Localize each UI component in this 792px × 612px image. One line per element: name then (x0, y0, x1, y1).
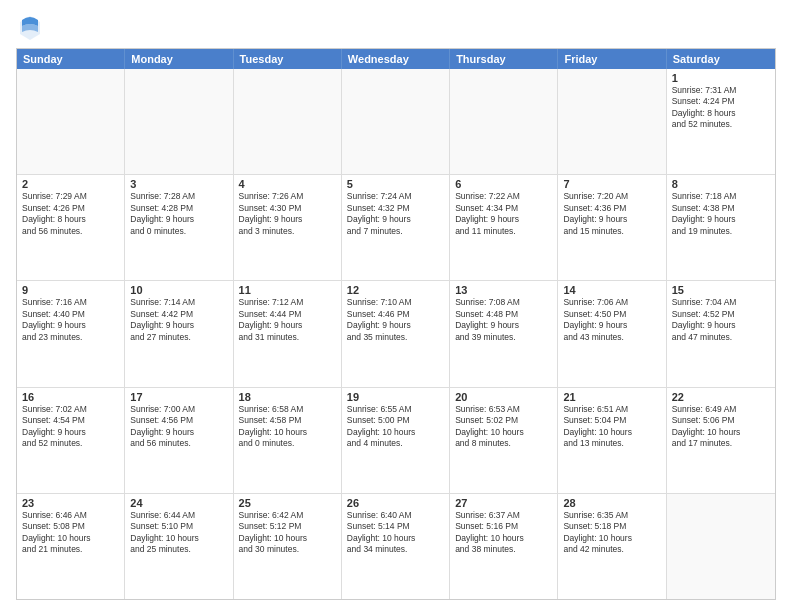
day-info: Sunrise: 7:04 AM Sunset: 4:52 PM Dayligh… (672, 297, 770, 343)
day-info: Sunrise: 7:28 AM Sunset: 4:28 PM Dayligh… (130, 191, 227, 237)
calendar-row-1: 2Sunrise: 7:29 AM Sunset: 4:26 PM Daylig… (17, 175, 775, 281)
weekday-header-friday: Friday (558, 49, 666, 69)
day-cell-7: 7Sunrise: 7:20 AM Sunset: 4:36 PM Daylig… (558, 175, 666, 280)
day-info: Sunrise: 7:26 AM Sunset: 4:30 PM Dayligh… (239, 191, 336, 237)
day-number: 16 (22, 391, 119, 403)
day-cell-19: 19Sunrise: 6:55 AM Sunset: 5:00 PM Dayli… (342, 388, 450, 493)
day-number: 18 (239, 391, 336, 403)
day-info: Sunrise: 6:35 AM Sunset: 5:18 PM Dayligh… (563, 510, 660, 556)
day-cell-10: 10Sunrise: 7:14 AM Sunset: 4:42 PM Dayli… (125, 281, 233, 386)
calendar-row-0: 1Sunrise: 7:31 AM Sunset: 4:24 PM Daylig… (17, 69, 775, 175)
day-number: 25 (239, 497, 336, 509)
day-info: Sunrise: 7:16 AM Sunset: 4:40 PM Dayligh… (22, 297, 119, 343)
day-number: 8 (672, 178, 770, 190)
day-cell-20: 20Sunrise: 6:53 AM Sunset: 5:02 PM Dayli… (450, 388, 558, 493)
day-cell-23: 23Sunrise: 6:46 AM Sunset: 5:08 PM Dayli… (17, 494, 125, 599)
day-cell-empty-4-6 (667, 494, 775, 599)
day-cell-6: 6Sunrise: 7:22 AM Sunset: 4:34 PM Daylig… (450, 175, 558, 280)
day-cell-11: 11Sunrise: 7:12 AM Sunset: 4:44 PM Dayli… (234, 281, 342, 386)
day-info: Sunrise: 6:53 AM Sunset: 5:02 PM Dayligh… (455, 404, 552, 450)
weekday-header-sunday: Sunday (17, 49, 125, 69)
calendar-body: 1Sunrise: 7:31 AM Sunset: 4:24 PM Daylig… (17, 69, 775, 599)
calendar-row-4: 23Sunrise: 6:46 AM Sunset: 5:08 PM Dayli… (17, 494, 775, 599)
day-info: Sunrise: 7:14 AM Sunset: 4:42 PM Dayligh… (130, 297, 227, 343)
day-info: Sunrise: 7:10 AM Sunset: 4:46 PM Dayligh… (347, 297, 444, 343)
day-cell-12: 12Sunrise: 7:10 AM Sunset: 4:46 PM Dayli… (342, 281, 450, 386)
day-cell-24: 24Sunrise: 6:44 AM Sunset: 5:10 PM Dayli… (125, 494, 233, 599)
day-number: 12 (347, 284, 444, 296)
day-number: 7 (563, 178, 660, 190)
day-info: Sunrise: 6:51 AM Sunset: 5:04 PM Dayligh… (563, 404, 660, 450)
day-number: 21 (563, 391, 660, 403)
day-number: 4 (239, 178, 336, 190)
calendar: SundayMondayTuesdayWednesdayThursdayFrid… (16, 48, 776, 600)
logo (16, 12, 48, 40)
day-cell-28: 28Sunrise: 6:35 AM Sunset: 5:18 PM Dayli… (558, 494, 666, 599)
day-info: Sunrise: 7:02 AM Sunset: 4:54 PM Dayligh… (22, 404, 119, 450)
day-info: Sunrise: 7:22 AM Sunset: 4:34 PM Dayligh… (455, 191, 552, 237)
day-info: Sunrise: 7:20 AM Sunset: 4:36 PM Dayligh… (563, 191, 660, 237)
day-number: 1 (672, 72, 770, 84)
day-cell-13: 13Sunrise: 7:08 AM Sunset: 4:48 PM Dayli… (450, 281, 558, 386)
day-info: Sunrise: 7:31 AM Sunset: 4:24 PM Dayligh… (672, 85, 770, 131)
day-cell-empty-0-5 (558, 69, 666, 174)
day-number: 2 (22, 178, 119, 190)
weekday-header-tuesday: Tuesday (234, 49, 342, 69)
day-number: 6 (455, 178, 552, 190)
day-info: Sunrise: 6:42 AM Sunset: 5:12 PM Dayligh… (239, 510, 336, 556)
day-number: 15 (672, 284, 770, 296)
day-cell-14: 14Sunrise: 7:06 AM Sunset: 4:50 PM Dayli… (558, 281, 666, 386)
day-number: 9 (22, 284, 119, 296)
day-number: 24 (130, 497, 227, 509)
day-cell-empty-0-2 (234, 69, 342, 174)
calendar-row-3: 16Sunrise: 7:02 AM Sunset: 4:54 PM Dayli… (17, 388, 775, 494)
day-info: Sunrise: 7:06 AM Sunset: 4:50 PM Dayligh… (563, 297, 660, 343)
day-info: Sunrise: 6:37 AM Sunset: 5:16 PM Dayligh… (455, 510, 552, 556)
day-number: 3 (130, 178, 227, 190)
day-cell-26: 26Sunrise: 6:40 AM Sunset: 5:14 PM Dayli… (342, 494, 450, 599)
header (16, 12, 776, 40)
day-number: 13 (455, 284, 552, 296)
day-info: Sunrise: 7:08 AM Sunset: 4:48 PM Dayligh… (455, 297, 552, 343)
day-cell-25: 25Sunrise: 6:42 AM Sunset: 5:12 PM Dayli… (234, 494, 342, 599)
weekday-header-monday: Monday (125, 49, 233, 69)
day-number: 26 (347, 497, 444, 509)
day-info: Sunrise: 7:24 AM Sunset: 4:32 PM Dayligh… (347, 191, 444, 237)
weekday-header-wednesday: Wednesday (342, 49, 450, 69)
page: SundayMondayTuesdayWednesdayThursdayFrid… (0, 0, 792, 612)
day-number: 17 (130, 391, 227, 403)
day-number: 19 (347, 391, 444, 403)
day-cell-18: 18Sunrise: 6:58 AM Sunset: 4:58 PM Dayli… (234, 388, 342, 493)
day-number: 27 (455, 497, 552, 509)
day-number: 11 (239, 284, 336, 296)
day-cell-4: 4Sunrise: 7:26 AM Sunset: 4:30 PM Daylig… (234, 175, 342, 280)
day-cell-17: 17Sunrise: 7:00 AM Sunset: 4:56 PM Dayli… (125, 388, 233, 493)
day-number: 22 (672, 391, 770, 403)
day-cell-15: 15Sunrise: 7:04 AM Sunset: 4:52 PM Dayli… (667, 281, 775, 386)
day-cell-2: 2Sunrise: 7:29 AM Sunset: 4:26 PM Daylig… (17, 175, 125, 280)
day-info: Sunrise: 7:12 AM Sunset: 4:44 PM Dayligh… (239, 297, 336, 343)
day-number: 28 (563, 497, 660, 509)
calendar-row-2: 9Sunrise: 7:16 AM Sunset: 4:40 PM Daylig… (17, 281, 775, 387)
day-cell-22: 22Sunrise: 6:49 AM Sunset: 5:06 PM Dayli… (667, 388, 775, 493)
calendar-header: SundayMondayTuesdayWednesdayThursdayFrid… (17, 49, 775, 69)
day-number: 23 (22, 497, 119, 509)
day-number: 5 (347, 178, 444, 190)
day-number: 14 (563, 284, 660, 296)
day-number: 10 (130, 284, 227, 296)
day-cell-16: 16Sunrise: 7:02 AM Sunset: 4:54 PM Dayli… (17, 388, 125, 493)
day-cell-1: 1Sunrise: 7:31 AM Sunset: 4:24 PM Daylig… (667, 69, 775, 174)
day-info: Sunrise: 6:55 AM Sunset: 5:00 PM Dayligh… (347, 404, 444, 450)
day-cell-empty-0-1 (125, 69, 233, 174)
day-cell-8: 8Sunrise: 7:18 AM Sunset: 4:38 PM Daylig… (667, 175, 775, 280)
day-cell-27: 27Sunrise: 6:37 AM Sunset: 5:16 PM Dayli… (450, 494, 558, 599)
day-number: 20 (455, 391, 552, 403)
day-cell-5: 5Sunrise: 7:24 AM Sunset: 4:32 PM Daylig… (342, 175, 450, 280)
day-info: Sunrise: 7:18 AM Sunset: 4:38 PM Dayligh… (672, 191, 770, 237)
day-cell-empty-0-0 (17, 69, 125, 174)
day-cell-empty-0-3 (342, 69, 450, 174)
day-info: Sunrise: 6:49 AM Sunset: 5:06 PM Dayligh… (672, 404, 770, 450)
day-info: Sunrise: 6:40 AM Sunset: 5:14 PM Dayligh… (347, 510, 444, 556)
day-cell-21: 21Sunrise: 6:51 AM Sunset: 5:04 PM Dayli… (558, 388, 666, 493)
weekday-header-saturday: Saturday (667, 49, 775, 69)
